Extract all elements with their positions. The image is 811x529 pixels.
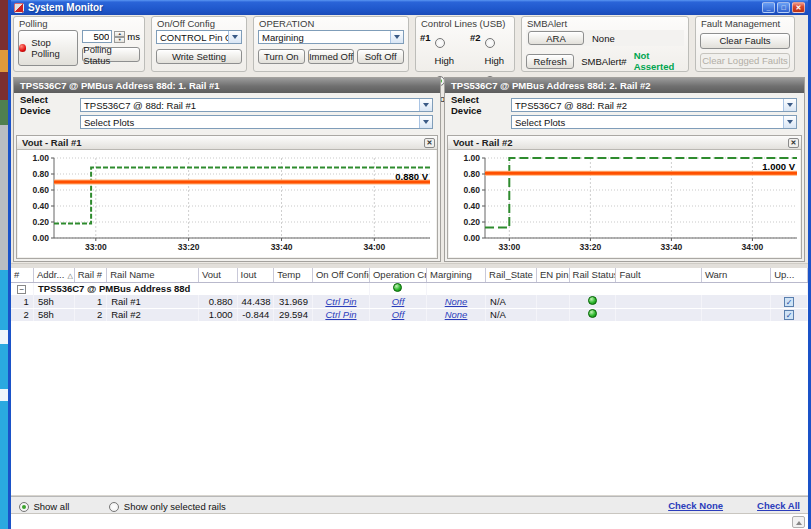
maximize-button[interactable]: □ (777, 2, 790, 13)
rail1-select-device[interactable]: TPS536C7 @ 88d: Rail #1 (80, 98, 433, 112)
on-off-config-group: On/Off Config CONTROL Pin Only Write Set… (151, 16, 247, 72)
rail-table: #Addr...△Rail #Rail NameVoutIoutTempOn O… (11, 268, 808, 322)
clear-logged-faults-button[interactable]: Clear Logged Faults (700, 53, 790, 69)
immed-off-button[interactable]: Immed Off (308, 49, 355, 64)
svg-text:34:00: 34:00 (363, 242, 385, 252)
check-none-link[interactable]: Check None (668, 500, 723, 511)
column-header-iout[interactable]: Iout (237, 268, 274, 282)
toolbar: Polling Stop Polling ▲▼ ms (13, 16, 806, 74)
operation-select[interactable]: Margining (258, 30, 404, 44)
operation-cmd-link[interactable]: Off (392, 296, 405, 307)
line2-high-radio[interactable]: High (485, 32, 510, 68)
rail1-select-plots[interactable]: Select Plots (80, 115, 433, 129)
svg-text:0.60: 0.60 (463, 185, 480, 195)
rail-status-ok-icon (588, 296, 597, 305)
svg-text:0.60: 0.60 (32, 185, 49, 195)
rail2-select-plots[interactable]: Select Plots (511, 115, 797, 129)
column-header-col0[interactable]: # (11, 268, 33, 282)
column-header-operation-cmd[interactable]: Operation Cmd (369, 268, 426, 282)
svg-text:1.00: 1.00 (32, 153, 49, 163)
rail2-chart-title: Vout - Rail #2 (453, 137, 512, 148)
minimize-button[interactable]: _ (762, 2, 775, 13)
column-header-rail-name[interactable]: Rail Name (107, 268, 199, 282)
column-header-vout[interactable]: Vout (198, 268, 237, 282)
column-header-rail-state[interactable]: Rail_State (486, 268, 537, 282)
column-header-rail[interactable]: Rail # (74, 268, 107, 282)
rail2-select-device[interactable]: TPS536C7 @ 88d: Rail #2 (511, 98, 797, 112)
system-monitor-window: System Monitor _ □ ✕ Polling Stop Pollin… (8, 0, 811, 529)
rail2-panel-header: TPS536C7 @ PMBus Address 88d: 2. Rail #2 (445, 78, 804, 93)
rail1-chart-box: Vout - Rail #1 ✕ 0.000.200.400.600.801.0… (16, 135, 438, 259)
collapse-group-icon[interactable]: − (17, 285, 26, 294)
write-setting-button[interactable]: Write Setting (156, 49, 242, 64)
column-header-temp[interactable]: Temp (274, 268, 313, 282)
svg-text:0.40: 0.40 (463, 201, 480, 211)
clear-faults-button[interactable]: Clear Faults (700, 33, 790, 49)
chevron-down-icon (228, 31, 241, 43)
rail2-chart-box: Vout - Rail #2 ✕ 0.000.200.400.600.801.0… (447, 135, 802, 259)
show-all-radio[interactable]: Show all (19, 496, 69, 514)
polling-status-button[interactable]: Polling Status (82, 47, 140, 62)
chevron-down-icon (783, 99, 796, 111)
show-selected-radio[interactable]: Show only selected rails (109, 496, 225, 514)
table-row: 158h1Rail #10.88044.43831.969Ctrl PinOff… (11, 295, 808, 308)
column-header-addr[interactable]: Addr...△ (33, 268, 74, 282)
window-title: System Monitor (28, 2, 762, 13)
smbalert-status: Not Asserted (634, 50, 684, 72)
svg-text:0.00: 0.00 (463, 233, 480, 243)
rail1-panel-header: TPS536C7 @ PMBus Address 88d: 1. Rail #1 (14, 78, 440, 93)
column-header-up[interactable]: Up... (771, 268, 808, 282)
column-header-margining[interactable]: Margining (427, 268, 486, 282)
margining-link[interactable]: None (445, 309, 468, 320)
svg-text:0.20: 0.20 (32, 217, 49, 227)
chevron-down-icon (783, 116, 796, 128)
rail1-panel: TPS536C7 @ PMBus Address 88d: 1. Rail #1… (13, 77, 441, 262)
app-icon (14, 3, 24, 13)
close-button[interactable]: ✕ (792, 2, 805, 13)
svg-text:33:40: 33:40 (271, 242, 293, 252)
interval-spinner[interactable]: ▲▼ (114, 31, 125, 43)
line1-high-radio[interactable]: High (435, 32, 460, 68)
device-status-ok-icon (393, 283, 402, 292)
refresh-button[interactable]: Refresh (526, 54, 574, 69)
soft-off-button[interactable]: Soft Off (357, 49, 404, 64)
column-header-on-off-config[interactable]: On Off Config (312, 268, 369, 282)
on-off-config-link[interactable]: Ctrl Pin (325, 309, 356, 320)
chevron-down-icon (419, 99, 432, 111)
on-off-config-select[interactable]: CONTROL Pin Only (156, 30, 242, 44)
rail1-chart-title: Vout - Rail #1 (22, 137, 81, 148)
polling-interval-input[interactable] (82, 30, 112, 43)
rail-select-checkbox[interactable]: ✓ (784, 297, 794, 307)
ara-value: None (592, 33, 615, 44)
rail-status-ok-icon (588, 309, 597, 318)
window-titlebar[interactable]: System Monitor _ □ ✕ (11, 0, 808, 15)
operation-cmd-link[interactable]: Off (392, 309, 405, 320)
svg-text:0.80: 0.80 (463, 169, 480, 179)
svg-text:33:20: 33:20 (178, 242, 200, 252)
close-chart-icon[interactable]: ✕ (788, 138, 799, 148)
close-chart-icon[interactable]: ✕ (424, 138, 435, 148)
svg-text:0.20: 0.20 (463, 217, 480, 227)
column-header-rail-status[interactable]: Rail Status (569, 268, 616, 282)
ara-button[interactable]: ARA (528, 31, 584, 45)
margining-link[interactable]: None (445, 296, 468, 307)
vout-chart-rail1: 0.000.200.400.600.801.0033:0033:2033:403… (18, 150, 438, 257)
sort-asc-icon: △ (67, 272, 72, 279)
scroll-up-icon[interactable] (792, 516, 805, 528)
fault-management-group: Fault Management Clear Faults Clear Logg… (695, 16, 795, 72)
svg-text:1.000 V: 1.000 V (762, 161, 795, 172)
check-all-link[interactable]: Check All (757, 500, 800, 511)
screen: System Monitor _ □ ✕ Polling Stop Pollin… (0, 0, 811, 529)
table-row: 258h2Rail #21.000-0.84429.594Ctrl PinOff… (11, 308, 808, 321)
rail-select-checkbox[interactable]: ✓ (784, 310, 794, 320)
svg-text:34:00: 34:00 (742, 242, 764, 252)
smbalert-group: SMBAlert ARA None Refresh SMBAlert# Not … (521, 16, 689, 72)
stop-polling-button[interactable]: Stop Polling (18, 30, 78, 66)
column-header-fault[interactable]: Fault (616, 268, 702, 282)
column-header-en-pin[interactable]: EN pin (536, 268, 569, 282)
on-off-config-link[interactable]: Ctrl Pin (325, 296, 356, 307)
turn-on-button[interactable]: Turn On (258, 49, 305, 64)
column-header-warn[interactable]: Warn (701, 268, 770, 282)
control-lines-group: Control Lines (USB) #1 High Low #2 (415, 16, 515, 72)
vout-chart-rail2: 0.000.200.400.600.801.0033:0033:2033:403… (449, 150, 805, 257)
